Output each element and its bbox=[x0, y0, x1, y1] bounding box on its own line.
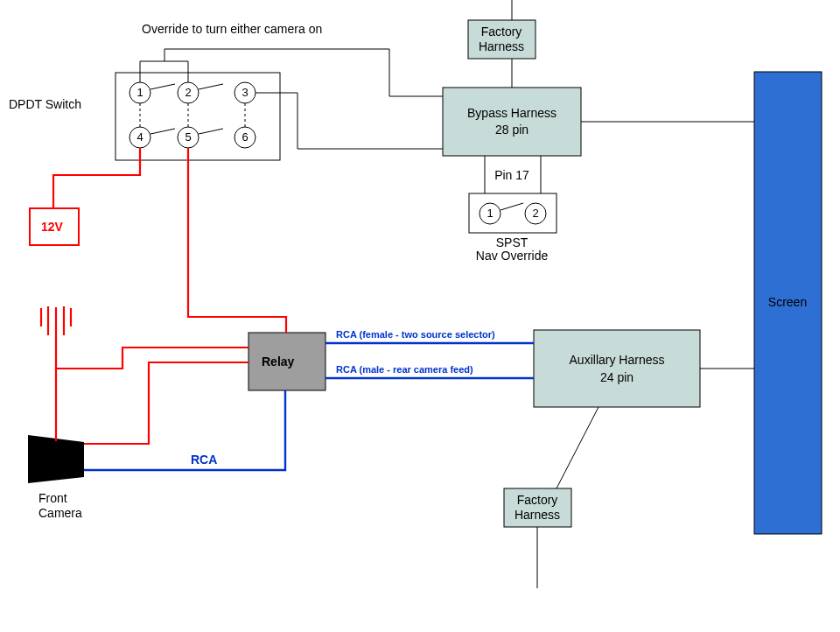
factory-bot-l1: Factory bbox=[517, 493, 558, 507]
wire-cam-power-to-relay bbox=[84, 362, 248, 444]
rca-cam-label: RCA bbox=[191, 453, 217, 467]
wire-12v-to-pin4 bbox=[53, 148, 140, 208]
screen-label: Screen bbox=[768, 295, 807, 309]
svg-text:2: 2 bbox=[185, 86, 191, 99]
svg-text:3: 3 bbox=[242, 86, 248, 99]
svg-text:5: 5 bbox=[185, 130, 191, 144]
svg-text:1: 1 bbox=[136, 86, 143, 99]
aux-l2: 24 pin bbox=[600, 370, 634, 384]
aux-l1: Auxillary Harness bbox=[570, 353, 665, 367]
wire-rca-camera bbox=[84, 390, 285, 470]
factory-top-l1: Factory bbox=[481, 25, 522, 39]
dpdt-label: DPDT Switch bbox=[9, 97, 81, 111]
factory-bot-l2: Harness bbox=[514, 508, 560, 522]
wire-aux-to-factory-bot bbox=[556, 407, 598, 488]
spst-switch-lever bbox=[500, 203, 523, 210]
wire-dpdt-jumper-12 bbox=[140, 61, 188, 82]
pin17-label: Pin 17 bbox=[494, 168, 529, 182]
relay-label: Relay bbox=[262, 355, 295, 369]
bypass-l2: 28 pin bbox=[495, 123, 528, 137]
ground-icon bbox=[41, 306, 71, 343]
svg-text:2: 2 bbox=[532, 207, 538, 220]
wire-pin3-to-bypass bbox=[256, 93, 443, 149]
svg-text:6: 6 bbox=[242, 130, 248, 144]
wiring-diagram: Screen Factory Harness Bypass Harness 28… bbox=[0, 0, 840, 632]
spst-l2: Nav Override bbox=[476, 249, 549, 263]
svg-text:4: 4 bbox=[136, 130, 143, 144]
wire-ground-to-relay bbox=[56, 348, 248, 369]
front-camera-icon bbox=[28, 435, 84, 483]
wire-pin5-to-relay bbox=[188, 148, 286, 333]
aux-harness-box bbox=[534, 330, 700, 407]
front-cam-l1: Front bbox=[38, 491, 67, 505]
spst-l1: SPST bbox=[496, 235, 528, 249]
front-cam-l2: Camera bbox=[38, 506, 82, 520]
bypass-harness-box bbox=[443, 88, 581, 156]
override-title: Override to turn either camera on bbox=[142, 22, 322, 36]
bypass-l1: Bypass Harness bbox=[467, 106, 556, 120]
rca-top-label: RCA (female - two source selector) bbox=[336, 329, 495, 340]
rca-bot-label: RCA (male - rear camera feed) bbox=[336, 364, 473, 375]
12v-label: 12V bbox=[41, 220, 64, 234]
factory-top-l2: Harness bbox=[479, 39, 524, 53]
svg-text:1: 1 bbox=[486, 207, 493, 220]
